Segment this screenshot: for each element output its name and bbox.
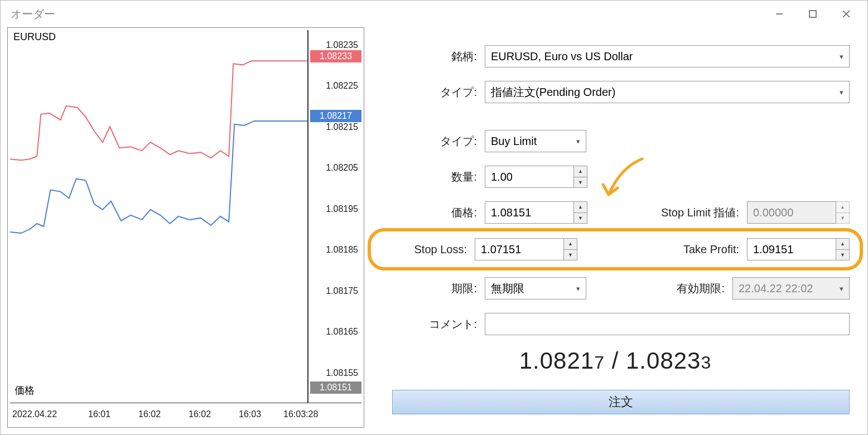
- expiry-label: 期限:: [381, 281, 485, 296]
- expiry-value: 無期限: [491, 281, 524, 296]
- ask-main: 1.0823: [626, 347, 701, 374]
- ordertype-value: 指値注文(Pending Order): [491, 85, 615, 100]
- order-price-tag: 1.08151: [310, 381, 361, 394]
- ytick: 1.08175: [326, 286, 358, 296]
- svg-rect-1: [809, 11, 816, 17]
- chart-svg: [10, 30, 307, 400]
- spin-down-icon[interactable]: ▼: [564, 250, 577, 260]
- spin-up-icon[interactable]: ▲: [564, 239, 577, 250]
- ytick: 1.08225: [326, 81, 358, 91]
- chart-symbol: EURUSD: [12, 31, 57, 43]
- comment-input[interactable]: [485, 313, 850, 335]
- sl-tp-highlight: Stop Loss: 1.07151 ▲▼ Take Profit: 1.091…: [368, 228, 863, 270]
- bid-main: 1.0821: [519, 347, 594, 374]
- chevron-down-icon: ▾: [834, 52, 843, 61]
- spin-up-icon: ▲: [836, 202, 849, 213]
- minimize-button[interactable]: [763, 3, 796, 25]
- stoplimit-spinner: ▲▼: [836, 201, 850, 224]
- chart-panel: EURUSD 1.08235 1.08225 1.08215 1.08205 1…: [7, 27, 364, 428]
- ask-last: 3: [701, 352, 711, 373]
- pendingtype-select[interactable]: Buy Limit ▾: [485, 130, 586, 152]
- ytick: 1.08155: [326, 368, 358, 378]
- xtick: 2022.04.22: [12, 409, 57, 419]
- price-input[interactable]: 1.08151: [485, 201, 574, 224]
- chevron-down-icon: ▾: [834, 88, 843, 96]
- volume-spinner[interactable]: ▲▼: [574, 166, 587, 188]
- price-label: 価格:: [381, 205, 485, 220]
- takeprofit-spinner[interactable]: ▲▼: [836, 238, 850, 260]
- spin-up-icon[interactable]: ▲: [574, 202, 587, 213]
- chart-area[interactable]: [10, 30, 308, 403]
- order-window: オーダー EURUSD 1.08235 1.08225 1.08: [0, 0, 868, 435]
- pendingtype-value: Buy Limit: [491, 135, 537, 148]
- volume-label: 数量:: [381, 170, 485, 185]
- quote-sep: /: [605, 347, 626, 374]
- y-axis: 1.08235 1.08225 1.08215 1.08205 1.08195 …: [308, 30, 361, 403]
- spin-down-icon: ▼: [836, 213, 849, 224]
- chevron-down-icon: ▾: [571, 137, 580, 146]
- stoploss-label: Stop Loss:: [381, 243, 475, 256]
- xtick: 16:01: [88, 409, 110, 419]
- bid-ask-quote: 1.08217 / 1.08233: [381, 347, 850, 374]
- price-axis-label: 価格: [13, 384, 36, 397]
- spin-down-icon[interactable]: ▼: [574, 213, 587, 224]
- expirydate-value: 22.04.22 22:02: [739, 282, 813, 295]
- chevron-down-icon: ▾: [571, 284, 580, 293]
- maximize-button[interactable]: [796, 3, 830, 25]
- titlebar: オーダー: [1, 1, 867, 27]
- takeprofit-label: Take Profit:: [577, 243, 747, 256]
- ytick: 1.08205: [326, 163, 358, 173]
- bid-last: 7: [594, 352, 605, 373]
- ask-price-tag: 1.08233: [310, 50, 361, 62]
- ytick: 1.08195: [326, 204, 358, 214]
- expiry-select[interactable]: 無期限 ▾: [485, 277, 586, 299]
- x-axis: 2022.04.22 16:01 16:02 16:02 16:03 16:03…: [10, 403, 361, 425]
- ytick: 1.08235: [326, 40, 358, 50]
- spin-down-icon[interactable]: ▼: [574, 177, 587, 188]
- expirydate-label: 有効期限:: [586, 281, 732, 296]
- content: EURUSD 1.08235 1.08225 1.08215 1.08205 1…: [1, 27, 867, 434]
- stoplimit-label: Stop Limit 指値:: [587, 205, 747, 220]
- xtick: 16:02: [189, 409, 211, 419]
- chevron-down-icon: ▾: [834, 284, 843, 293]
- price-spinner[interactable]: ▲▼: [574, 201, 587, 224]
- pendingtype-label: タイプ:: [381, 134, 485, 149]
- ytick: 1.08215: [326, 122, 358, 132]
- spin-up-icon[interactable]: ▲: [836, 239, 849, 250]
- ytick: 1.08165: [326, 327, 358, 337]
- xtick: 16:02: [138, 409, 161, 419]
- ordertype-select[interactable]: 指値注文(Pending Order) ▾: [485, 81, 850, 103]
- symbol-value: EURUSD, Euro vs US Dollar: [491, 50, 633, 63]
- xtick: 16:03:28: [283, 409, 318, 419]
- takeprofit-input[interactable]: 1.09151: [747, 238, 836, 260]
- ytick: 1.08185: [326, 245, 358, 255]
- stoplimit-input: 0.00000: [747, 201, 836, 224]
- volume-input[interactable]: 1.00: [485, 166, 574, 188]
- comment-label: コメント:: [381, 317, 485, 332]
- stoploss-input[interactable]: 1.07151: [475, 238, 564, 260]
- symbol-select[interactable]: EURUSD, Euro vs US Dollar ▾: [485, 45, 850, 67]
- ordertype-label: タイプ:: [381, 85, 485, 100]
- window-controls: [763, 3, 863, 25]
- close-button[interactable]: [830, 3, 863, 25]
- xtick: 16:03: [239, 409, 261, 419]
- annotation-arrow-icon: [599, 156, 649, 206]
- place-order-button[interactable]: 注文: [392, 390, 850, 414]
- expirydate-select: 22.04.22 22:02 ▾: [732, 277, 850, 299]
- stoploss-spinner[interactable]: ▲▼: [564, 238, 577, 260]
- spin-down-icon[interactable]: ▼: [836, 250, 849, 260]
- spin-up-icon[interactable]: ▲: [574, 166, 587, 177]
- symbol-label: 銘柄:: [381, 49, 485, 64]
- bid-price-tag: 1.08217: [310, 110, 361, 122]
- window-title: オーダー: [11, 7, 55, 22]
- form-panel: 銘柄: EURUSD, Euro vs US Dollar ▾ タイプ: 指値注…: [381, 27, 861, 428]
